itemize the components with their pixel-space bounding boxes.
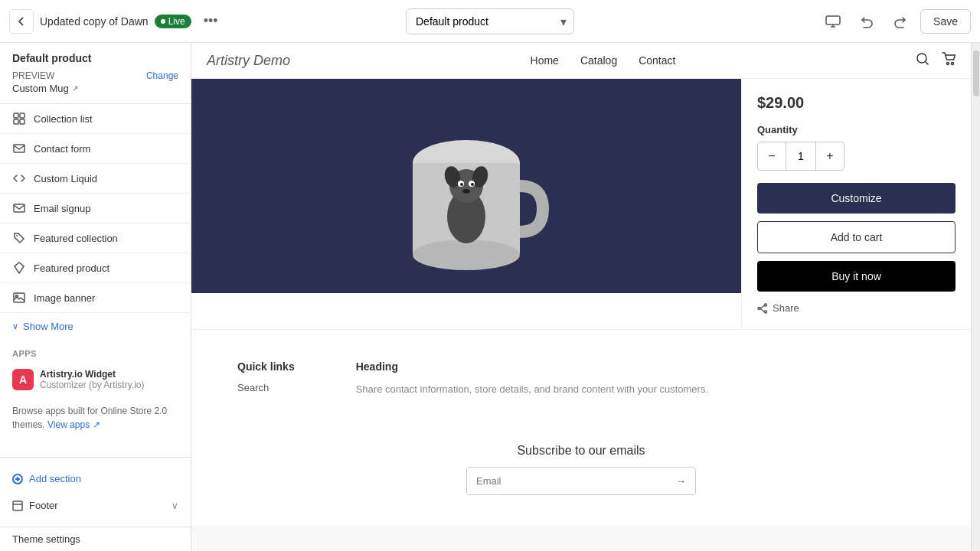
svg-point-13 [917, 54, 926, 63]
svg-rect-1 [14, 113, 18, 118]
app-icon: A [12, 369, 34, 390]
main-layout: Default product PREVIEW Change Custom Mu… [0, 43, 980, 551]
external-link-icon: ↗ [72, 84, 78, 93]
sidebar-item-custom-liquid[interactable]: Custom Liquid [0, 164, 191, 194]
footer-label: Footer [29, 500, 58, 511]
app-sub: Customizer (by Artistry.io) [40, 380, 144, 390]
sidebar-item-label: Collection list [34, 113, 93, 125]
add-section-label: Add section [29, 473, 81, 484]
sidebar: Default product PREVIEW Change Custom Mu… [0, 43, 191, 551]
quick-links-title: Quick links [237, 360, 295, 373]
app-item[interactable]: A Artistry.io Widget Customizer (by Arti… [12, 364, 178, 395]
change-link[interactable]: Change [146, 70, 178, 81]
topbar-title: Updated copy of Dawn [40, 15, 149, 28]
svg-rect-6 [14, 204, 24, 212]
footer-section-item[interactable]: Footer ∨ [12, 494, 178, 517]
sidebar-scroll: Collection list Contact form Custom Liqu… [0, 104, 191, 457]
quantity-decrease-button[interactable]: − [758, 142, 786, 170]
desktop-view-button[interactable] [819, 8, 847, 35]
quantity-control: − 1 + [757, 142, 844, 171]
add-section-button[interactable]: Add section [12, 467, 178, 491]
code-icon [12, 171, 26, 185]
sidebar-item-featured-collection[interactable]: Featured collection [0, 223, 191, 253]
svg-point-15 [951, 63, 953, 65]
svg-point-18 [413, 240, 520, 270]
add-to-cart-button[interactable]: Add to cart [757, 221, 956, 253]
live-badge: Live [155, 15, 191, 28]
product-section: $29.00 Quantity − 1 + Customize Add to c… [191, 79, 971, 329]
redo-button[interactable] [887, 8, 914, 35]
apps-label: APPS [12, 349, 178, 358]
sidebar-item-label: Custom Liquid [34, 173, 97, 184]
nav-link-home[interactable]: Home [531, 54, 559, 67]
sidebar-item-featured-product[interactable]: Featured product [0, 253, 191, 283]
product-details: $29.00 Quantity − 1 + Customize Add to c… [741, 79, 971, 329]
search-link[interactable]: Search [237, 382, 295, 393]
show-more-item[interactable]: ∨ Show More [0, 313, 191, 340]
topbar: Updated copy of Dawn Live ••• Default pr… [0, 0, 980, 43]
browse-apps-text: Browse apps built for Online Store 2.0 t… [0, 398, 191, 435]
svg-point-7 [16, 235, 18, 236]
app-info: Artistry.io Widget Customizer (by Artist… [40, 369, 144, 390]
email-input[interactable] [467, 468, 667, 494]
theme-settings[interactable]: Theme settings [0, 527, 191, 551]
page-select[interactable]: Default product Home Catalog Contact [406, 8, 574, 34]
save-button[interactable]: Save [920, 9, 971, 34]
browser-nav: Artistry Demo Home Catalog Contact [191, 43, 971, 79]
footer-item-label: Footer [12, 500, 58, 511]
quantity-section: Quantity − 1 + [757, 124, 956, 171]
topbar-right: Save [580, 8, 971, 35]
brand-name: Artistry Demo [207, 53, 290, 69]
browser-frame: Artistry Demo Home Catalog Contact [191, 43, 971, 526]
buy-now-button[interactable]: Buy it now [757, 261, 956, 292]
subscribe-section: Subscribe to our emails → [237, 429, 925, 510]
share-icon [757, 303, 768, 314]
quantity-label: Quantity [757, 124, 956, 135]
chevron-down-icon: ∨ [12, 321, 18, 331]
svg-rect-5 [14, 145, 24, 152]
sidebar-item-email-signup[interactable]: Email signup [0, 194, 191, 223]
sidebar-item-contact-form[interactable]: Contact form [0, 134, 191, 164]
heading-title: Heading [356, 360, 708, 373]
email-submit-button[interactable]: → [667, 468, 695, 494]
sidebar-footer: Add section Footer ∨ [0, 457, 191, 527]
nav-right [916, 52, 956, 69]
nav-link-contact[interactable]: Contact [639, 54, 675, 67]
nav-link-catalog[interactable]: Catalog [580, 54, 617, 67]
subscribe-title: Subscribe to our emails [237, 444, 925, 458]
sidebar-item-label: Featured collection [34, 233, 118, 244]
footer-area: Quick links Search Heading Share contact… [191, 329, 971, 526]
grid-icon [12, 112, 26, 126]
svg-point-25 [460, 183, 463, 186]
image-icon [12, 291, 26, 305]
preview-value: Custom Mug ↗ [12, 83, 178, 94]
heading-text: Share contact information, store details… [356, 382, 708, 397]
quantity-increase-button[interactable]: + [816, 142, 844, 170]
svg-point-26 [471, 183, 474, 186]
live-label: Live [168, 16, 185, 27]
email-input-row: → [466, 467, 696, 495]
cart-nav-icon[interactable] [942, 52, 956, 69]
undo-button[interactable] [853, 8, 880, 35]
footer-chevron-icon: ∨ [172, 500, 178, 511]
share-row[interactable]: Share [757, 302, 956, 314]
right-scrollbar [971, 43, 980, 551]
back-button[interactable] [9, 9, 34, 34]
more-options-button[interactable]: ••• [198, 10, 224, 32]
sidebar-item-collection-list[interactable]: Collection list [0, 104, 191, 134]
nav-links: Home Catalog Contact [531, 54, 676, 67]
svg-marker-8 [15, 262, 24, 273]
product-price: $29.00 [757, 94, 956, 112]
view-apps-link[interactable]: View apps ↗ [47, 419, 100, 430]
svg-rect-0 [826, 16, 840, 24]
live-dot [161, 19, 165, 24]
svg-rect-4 [20, 119, 24, 124]
app-name: Artistry.io Widget [40, 369, 144, 380]
customize-button[interactable]: Customize [757, 183, 956, 214]
footer-heading-col: Heading Share contact information, store… [356, 360, 708, 398]
sidebar-item-image-banner[interactable]: Image banner [0, 283, 191, 313]
svg-rect-3 [14, 119, 18, 124]
topbar-center: Default product Home Catalog Contact [406, 8, 574, 34]
search-nav-icon[interactable] [916, 52, 929, 69]
svg-point-27 [462, 189, 470, 194]
